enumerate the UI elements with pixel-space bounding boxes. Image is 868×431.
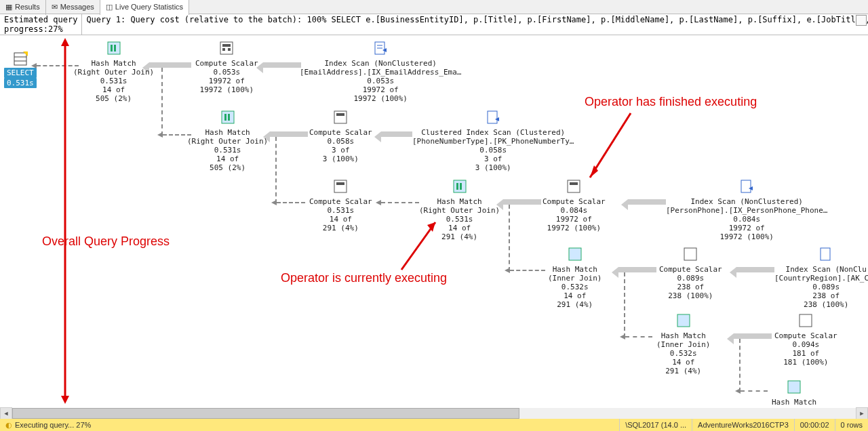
index-scan-icon	[486, 110, 500, 125]
connector	[503, 199, 541, 205]
horizontal-scrollbar[interactable]: ◄ ►	[0, 408, 868, 419]
op-count: 238 of	[812, 291, 840, 300]
op-pct: 238 (100%)	[668, 291, 713, 300]
scroll-track[interactable]	[12, 408, 856, 419]
svg-line-37	[590, 113, 631, 178]
query-header: Estimated query progress:27% Query 1: Qu…	[0, 14, 868, 35]
index-scan-operator[interactable]: Index Scan (NonClu [CountryRegion].[AK_C…	[774, 247, 868, 309]
op-count: 19972 of	[209, 77, 245, 85]
op-time: 0.531s	[446, 215, 473, 224]
svg-marker-42	[61, 38, 69, 46]
svg-rect-32	[684, 248, 696, 260]
op-count: 14 of	[216, 155, 239, 163]
scroll-left-button[interactable]: ◄	[0, 407, 12, 419]
execution-plan-canvas[interactable]: SELECT 0.531s Hash Match (Right Outer Jo…	[0, 35, 868, 419]
compute-scalar-icon	[798, 313, 813, 328]
svg-rect-8	[222, 44, 231, 47]
query-text: Query 1: Query cost (relative to the bat…	[82, 14, 868, 35]
op-count: 3 of	[332, 146, 350, 155]
hash-match-operator[interactable]: Hash Match (Inner Join) 0.532s 14 of 291…	[656, 313, 710, 375]
connector	[381, 202, 419, 203]
tab-results[interactable]: ▦Results	[0, 0, 46, 15]
op-time: 0.532s	[670, 349, 697, 358]
op-title: Hash Match	[553, 265, 597, 274]
compute-scalar-operator[interactable]: Compute Scalar 0.084s 19972 of 19972 (10…	[542, 179, 606, 232]
scroll-right-button[interactable]: ►	[856, 407, 868, 419]
op-count: 14 of	[448, 224, 471, 232]
op-count: 19972 of	[729, 224, 765, 232]
status-rows: 0 rows	[835, 419, 868, 431]
op-sub: (Right Outer Join)	[419, 206, 500, 215]
svg-rect-16	[224, 114, 226, 121]
index-scan-icon	[818, 247, 833, 262]
op-title: Hash Match	[437, 197, 481, 206]
op-pct: 505 (2%)	[96, 94, 132, 103]
op-pct: 19972 (100%)	[719, 232, 773, 241]
hash-match-operator[interactable]: Hash Match (Right Outer Join) 0.531s 14 …	[187, 110, 268, 172]
compute-scalar-operator[interactable]: Compute Scalar 0.094s 181 of 181 (100%)	[774, 313, 837, 367]
op-count: 181 of	[792, 349, 819, 358]
op-count: 19972 of	[556, 215, 592, 224]
scroll-thumb[interactable]	[12, 408, 519, 419]
status-server: \SQL2017 (14.0 ...	[619, 419, 692, 431]
hash-match-operator[interactable]: Hash Match	[772, 379, 816, 407]
op-count: 19972 of	[363, 85, 399, 94]
compute-scalar-icon	[333, 110, 348, 125]
status-exec: ◐Executing query... 27%	[0, 419, 96, 431]
hash-match-operator[interactable]: Hash Match (Inner Join) 0.532s 14 of 291…	[548, 247, 601, 309]
op-sub: [PersonPhone].[IX_PersonPhone_Phone…	[666, 206, 827, 215]
connector	[510, 270, 545, 271]
tab-messages[interactable]: ✉Messages	[46, 0, 100, 15]
svg-rect-35	[800, 314, 812, 327]
connector	[618, 267, 656, 272]
hash-match-operator[interactable]: Hash Match (Right Outer Join) 0.531s 14 …	[73, 41, 154, 103]
compute-scalar-operator[interactable]: Compute Scalar 0.089s 238 of 238 (100%)	[659, 247, 722, 300]
svg-line-39	[401, 222, 435, 270]
op-count: 14 of	[330, 215, 352, 224]
compute-scalar-operator[interactable]: Compute Scalar 0.053s 19972 of 19972 (10…	[195, 41, 258, 94]
select-operator[interactable]: SELECT 0.531s	[4, 52, 37, 88]
op-count: 238 of	[677, 283, 704, 291]
message-icon: ✉	[52, 3, 58, 12]
svg-rect-9	[222, 48, 225, 51]
op-pct: 505 (2%)	[210, 163, 245, 172]
connector	[270, 131, 308, 137]
connector	[741, 390, 768, 392]
svg-rect-0	[14, 53, 26, 65]
op-title: Hash Match	[91, 59, 136, 68]
result-tabs: ▦Results ✉Messages ◫Live Query Statistic…	[0, 0, 868, 14]
op-count: 14 of	[672, 358, 694, 367]
op-count: 3 of	[484, 155, 502, 163]
op-sub: [CountryRegion].[AK_Cou	[774, 274, 868, 283]
svg-rect-36	[788, 381, 800, 393]
op-time: 0.531s	[214, 146, 241, 155]
op-time: 0.053s	[213, 68, 240, 77]
stats-icon: ◫	[106, 3, 113, 12]
index-scan-operator[interactable]: Index Scan (NonClustered) [EmailAddress]…	[300, 41, 461, 103]
index-scan-operator[interactable]: Index Scan (NonClustered) [PersonPhone].…	[666, 179, 827, 241]
op-title: Clustered Index Scan (Clustered)	[421, 128, 565, 137]
svg-rect-6	[114, 45, 116, 52]
connector	[739, 339, 741, 392]
hash-match-icon	[220, 110, 235, 125]
tab-live-query-stats[interactable]: ◫Live Query Statistics	[100, 0, 189, 15]
clustered-index-scan-operator[interactable]: Clustered Index Scan (Clustered) [PhoneN…	[412, 110, 574, 172]
arrow-icon	[58, 35, 72, 408]
op-time: 0.531s	[327, 206, 354, 215]
op-pct: 238 (100%)	[804, 300, 848, 309]
op-pct: 19972 (100%)	[547, 224, 601, 232]
op-title: Compute Scalar	[309, 197, 372, 206]
compute-scalar-operator[interactable]: Compute Scalar 0.058s 3 of 3 (100%)	[309, 110, 372, 163]
svg-rect-28	[570, 182, 578, 185]
op-count: 14 of	[564, 291, 586, 300]
op-sub: (Right Outer Join)	[73, 68, 154, 77]
op-title: Compute Scalar	[195, 59, 258, 68]
status-db: AdventureWorks2016CTP3	[692, 419, 794, 431]
connector	[628, 199, 666, 205]
tab-label: Results	[15, 3, 40, 11]
spinner-icon: ◐	[5, 421, 12, 430]
op-title: Index Scan (NonClu	[786, 265, 867, 274]
op-sub: [PhoneNumberType].[PK_PhoneNumberTy…	[412, 137, 574, 146]
svg-rect-7	[220, 42, 233, 54]
compute-scalar-operator[interactable]: Compute Scalar 0.531s 14 of 291 (4%)	[309, 179, 372, 232]
